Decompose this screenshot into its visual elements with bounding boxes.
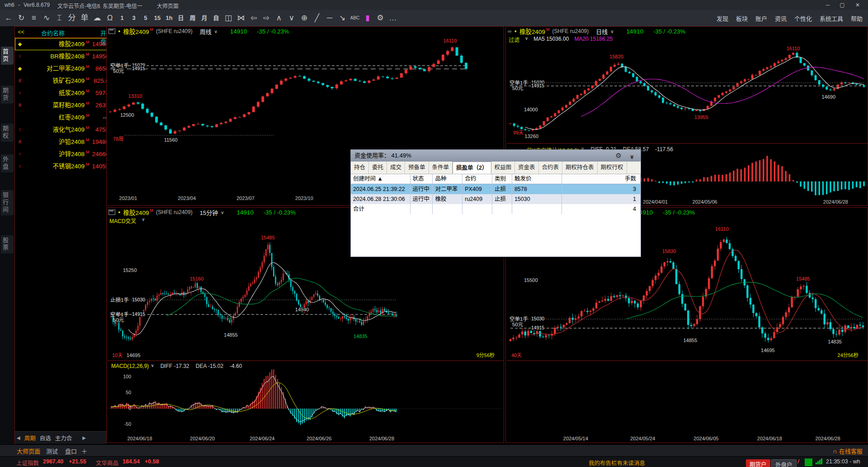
watchlist-group-tab-周期[interactable]: 周期: [24, 434, 36, 442]
link-charts-icon[interactable]: ∞: [508, 28, 512, 34]
chevron-down-icon[interactable]: ∨: [151, 363, 154, 369]
chart-instrument[interactable]: 橡胶2409: [123, 208, 149, 217]
panel-tab-成交[interactable]: 成交: [387, 162, 405, 174]
panel-tab-预备单[interactable]: 预备单: [405, 162, 429, 174]
minimize-button[interactable]: ─: [822, 2, 834, 8]
watchlist-row[interactable]: ◆对二甲苯2409M8650: [15, 62, 107, 75]
prev-group-arrow[interactable]: ◀: [17, 435, 20, 440]
chart-instrument[interactable]: 橡胶2409: [519, 27, 545, 36]
watchlist-row[interactable]: ◆橡胶2409M14955: [15, 38, 107, 50]
menu-item-3[interactable]: 账户: [755, 14, 767, 23]
period-button-周[interactable]: 周: [187, 10, 198, 26]
indicator-name[interactable]: MACD(12,26,9): [111, 363, 149, 369]
table-row[interactable]: 2024.06.25 21:39:22运行中对二甲苯PX409止损85783: [351, 184, 641, 194]
watchlist-row[interactable]: ↑液化气2409M4755: [15, 124, 107, 136]
link-charts-icon[interactable]: ⋈: [235, 10, 247, 26]
panel-tab-资金表[interactable]: 资金表: [515, 162, 539, 174]
collapse-button[interactable]: <<: [18, 29, 24, 35]
chevron-down-icon[interactable]: ∨: [610, 29, 613, 34]
panel-tab-期权行权[interactable]: 期权行权: [598, 162, 627, 174]
refresh-icon[interactable]: ↻: [15, 10, 27, 26]
page-right-icon[interactable]: ⇨: [260, 10, 272, 26]
period-button-1[interactable]: 1: [117, 10, 127, 26]
menu-item-1[interactable]: 发现: [717, 14, 728, 23]
chart-instrument[interactable]: 橡胶2409: [123, 27, 149, 36]
period-selector[interactable]: 15分钟: [200, 208, 218, 217]
order-monitor-panel[interactable]: 资金使用率： 41.49% ⚙ ∨ 持仓委托成交预备单条件单损盈单（2）权益图资…: [350, 149, 641, 257]
watchlist-row[interactable]: ↑BR橡胶2408M14950: [15, 50, 107, 62]
panel-tab-委托[interactable]: 委托: [369, 162, 387, 174]
index1-label[interactable]: 上证指数: [16, 458, 39, 467]
watchlist-row[interactable]: #沪铅2408M19480: [15, 136, 107, 148]
cloud-icon[interactable]: ☁: [91, 10, 103, 26]
menu-item-2[interactable]: 板块: [736, 14, 748, 23]
order-ticket-icon[interactable]: 单: [79, 10, 90, 26]
chevron-down-icon[interactable]: ∨: [221, 210, 224, 215]
page-tab-盘口[interactable]: 盘口: [65, 447, 77, 455]
panel-tab-条件单[interactable]: 条件单: [429, 162, 453, 174]
page-left-icon[interactable]: ⇦: [248, 10, 259, 26]
menu-item-7[interactable]: 帮助: [851, 14, 863, 23]
sidebar-tab-外盘[interactable]: 外盘: [1, 154, 14, 172]
page-tab-＋[interactable]: ＋: [81, 447, 87, 455]
watchlist-row[interactable]: ↑沪锌2408M24660: [15, 148, 107, 160]
crosshair-icon[interactable]: ⊕: [298, 10, 310, 26]
color-swatch[interactable]: ▮: [362, 10, 373, 26]
panel-titlebar[interactable]: 资金使用率： 41.49% ⚙ ∨: [351, 150, 641, 162]
panel-tab-合约表[interactable]: 合约表: [539, 162, 563, 174]
chevron-down-icon[interactable]: ∨: [214, 29, 217, 34]
period-button-15[interactable]: 15: [152, 10, 163, 26]
ray-tool-icon[interactable]: ↘: [336, 10, 348, 26]
table-total-row[interactable]: 合计4: [351, 204, 641, 214]
scroll-up-icon[interactable]: ∧: [273, 10, 285, 26]
watchlist-group-tab-主力合[interactable]: 主力合: [55, 434, 72, 442]
chart-window-icon[interactable]: [108, 210, 115, 215]
menu-item-5[interactable]: 个性化: [794, 14, 812, 23]
sidebar-tab-首页[interactable]: 首页: [1, 47, 14, 65]
maximize-button[interactable]: ▢: [836, 2, 848, 8]
panel-tab-持仓[interactable]: 持仓: [351, 162, 369, 174]
watchlist-row[interactable]: ↑纸浆2409M5974: [15, 87, 107, 99]
watchlist-row[interactable]: #铁矿石2409M825.0: [15, 75, 107, 87]
kline-chart-icon[interactable]: ⌶: [53, 10, 65, 26]
watchlist-row[interactable]: ↑不锈钢2409M14055: [15, 160, 107, 172]
menu-item-6[interactable]: 系统工具: [820, 14, 843, 23]
settings-gear-icon[interactable]: ⚙: [374, 10, 386, 26]
period-selector[interactable]: 日线: [596, 27, 608, 36]
back-icon[interactable]: ←: [3, 10, 14, 26]
scroll-down-icon[interactable]: ∨: [286, 10, 297, 26]
split-screen-icon[interactable]: ◫: [222, 10, 234, 26]
watchlist-row[interactable]: #菜籽粕2409M2635: [15, 99, 107, 111]
sidebar-tab-银行间[interactable]: 银行间: [1, 190, 14, 215]
quote-list-icon[interactable]: ≡: [28, 10, 40, 26]
chevron-down-icon[interactable]: ∨: [525, 36, 528, 43]
period-button-自[interactable]: 自: [211, 10, 222, 26]
period-button-月[interactable]: 月: [199, 10, 210, 26]
notice-message[interactable]: 我的布告栏有未读消息: [589, 458, 645, 467]
period-button-1h[interactable]: 1h: [164, 10, 175, 26]
panel-tab-期权持仓表[interactable]: 期权持仓表: [562, 162, 598, 174]
watchlist-row[interactable]: 红枣2409M---: [15, 111, 107, 124]
page-tab-测试[interactable]: 测试: [46, 447, 58, 455]
menu-item-4[interactable]: 资讯: [775, 14, 787, 23]
hline-tool-icon[interactable]: ─: [324, 10, 335, 26]
sidebar-tab-期权[interactable]: 期权: [1, 124, 14, 142]
column-name-header[interactable]: 合约名称: [41, 29, 65, 37]
online-service-link[interactable]: ∩在线客服: [833, 447, 863, 455]
sidebar-tab-股票[interactable]: 股票: [1, 235, 14, 253]
signal-overlay-selector[interactable]: MACD交叉: [109, 217, 136, 224]
trend-chart-icon[interactable]: ∿: [41, 10, 52, 26]
page-tab-大师页面[interactable]: 大师页面: [17, 447, 40, 455]
text-tool-icon[interactable]: ABC: [349, 10, 361, 26]
sidebar-tab-期货[interactable]: 期货: [1, 86, 14, 104]
gear-icon[interactable]: ⚙: [616, 152, 622, 160]
next-group-arrow[interactable]: ▶: [82, 435, 86, 440]
index2-label[interactable]: 文华商品: [96, 458, 118, 467]
table-header-row[interactable]: 创建时间 ▲状态品种合约类别触发价手数: [351, 174, 641, 184]
table-row[interactable]: 2024.06.28 21:30:06运行中橡胶ru2409止损150301: [351, 194, 641, 204]
panel-tab-损盈单（2）[interactable]: 损盈单（2）: [453, 162, 491, 174]
period-selector[interactable]: 周线: [200, 27, 212, 36]
watchlist-group-tab-自选[interactable]: 自选: [40, 434, 51, 442]
period-button-5[interactable]: 5: [140, 10, 151, 26]
minute-chart-icon[interactable]: 分: [66, 10, 78, 26]
